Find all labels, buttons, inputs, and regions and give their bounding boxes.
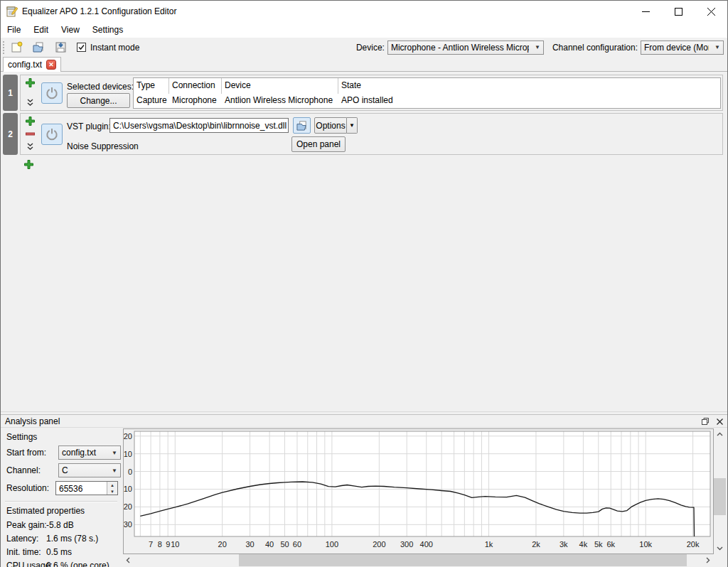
add-filter-button[interactable] (25, 77, 36, 88)
settings-group-label: Settings (6, 432, 37, 442)
cpu-usage-value: 0.6 % (one core) (46, 561, 109, 567)
scroll-right-icon[interactable] (702, 554, 714, 566)
svg-text:0: 0 (128, 468, 132, 476)
open-folder-icon (296, 120, 308, 131)
start-from-select[interactable]: config.txt ▼ (58, 446, 121, 460)
svg-text:-20: -20 (124, 502, 132, 511)
new-file-button[interactable] (9, 40, 24, 55)
selected-devices-label: Selected devices: (67, 82, 134, 92)
toolbar: Instant mode Device: Microphone - Antlio… (1, 38, 727, 56)
cpu-usage-label: CPU usage: (6, 561, 53, 567)
channel-config-select[interactable]: From device (Mono) ▼ (641, 40, 724, 55)
remove-filter-button[interactable] (25, 129, 36, 139)
collapse-row-button[interactable] (26, 143, 34, 153)
open-file-button[interactable] (31, 40, 46, 55)
vscroll-thumb[interactable] (714, 478, 726, 515)
svg-text:9: 9 (166, 540, 170, 549)
channel-select[interactable]: C ▼ (58, 463, 121, 477)
chevron-down-icon: ▼ (112, 468, 117, 474)
resolution-spinner[interactable]: 65536 ▲ ▼ (55, 481, 118, 495)
options-dropdown-button[interactable]: Options ▼ (314, 117, 358, 134)
menu-file[interactable]: File (1, 23, 27, 37)
col-header-connection: Connection (169, 78, 222, 94)
toolbar-grip[interactable] (3, 41, 6, 54)
menu-bar: File Edit View Settings (1, 22, 727, 38)
filter-row-number[interactable]: 1 (3, 75, 18, 111)
svg-text:3k: 3k (560, 540, 568, 549)
tab-config-txt[interactable]: config.txt ✕ (3, 57, 61, 72)
vst-plugin-label: VST plugin: (67, 122, 111, 131)
scroll-down-icon[interactable] (714, 542, 726, 554)
spin-down-icon[interactable]: ▼ (107, 488, 117, 495)
device-select[interactable]: Microphone - Antlion Wireless Microphone… (387, 40, 544, 55)
minimize-button[interactable] (629, 1, 662, 22)
svg-text:200: 200 (373, 540, 385, 549)
vst-path-input[interactable]: C:\Users\vgsma\Desktop\bin\librnnoise_vs… (109, 118, 289, 133)
estimated-group-label: Estimated properties (6, 506, 85, 516)
menu-edit[interactable]: Edit (27, 23, 55, 37)
svg-text:8: 8 (158, 540, 162, 549)
menu-settings[interactable]: Settings (86, 23, 129, 37)
svg-text:10: 10 (171, 540, 179, 549)
analysis-settings-pane: Settings Start from: config.txt ▼ Channe… (1, 428, 122, 567)
save-file-button[interactable] (53, 40, 68, 55)
tab-label: config.txt (8, 60, 42, 70)
menu-view[interactable]: View (55, 23, 86, 37)
svg-text:7: 7 (149, 540, 153, 549)
table-row-cell-state: APO installed (338, 94, 720, 109)
title-bar: Equalizer APO 1.2.1 Configuration Editor (1, 1, 727, 22)
change-devices-button[interactable]: Change... (67, 93, 130, 108)
resolution-label: Resolution: (6, 483, 49, 493)
svg-text:30: 30 (245, 540, 254, 549)
analysis-panel: Analysis panel Settings Start from: conf… (1, 414, 727, 567)
app-icon (6, 6, 18, 17)
open-panel-button[interactable]: Open panel (291, 136, 346, 152)
tab-close-icon[interactable]: ✕ (46, 60, 56, 70)
open-folder-icon (33, 41, 45, 53)
chevron-down-icon: ▼ (112, 450, 117, 456)
chart-vertical-scrollbar[interactable] (714, 428, 726, 554)
device-label: Device: (356, 43, 385, 53)
instant-mode-checkbox[interactable] (77, 43, 86, 52)
filter-row-number[interactable]: 2 (3, 113, 18, 155)
table-row-cell-connection: Microphone (169, 94, 222, 109)
float-panel-button[interactable] (700, 416, 710, 426)
svg-text:20: 20 (124, 432, 132, 441)
analysis-panel-titlebar[interactable]: Analysis panel (1, 415, 727, 428)
svg-text:4k: 4k (579, 540, 588, 549)
save-icon (55, 41, 67, 53)
frequency-response-chart[interactable]: 20100-10-20-3078910203040506010020030040… (123, 428, 714, 554)
svg-text:100: 100 (326, 540, 338, 549)
latency-value: 1.6 ms (78 s.) (46, 534, 98, 544)
svg-text:-30: -30 (124, 520, 132, 529)
vst-plugin-filter-row: VST plugin: C:\Users\vgsma\Desktop\bin\l… (20, 113, 723, 155)
instant-mode-label: Instant mode (90, 43, 139, 53)
scroll-left-icon[interactable] (122, 554, 134, 566)
channel-config-label: Channel configuration: (552, 43, 638, 53)
browse-vst-button[interactable] (293, 117, 311, 134)
svg-text:50: 50 (280, 540, 289, 549)
svg-text:1k: 1k (485, 540, 493, 549)
svg-text:-10: -10 (124, 485, 132, 493)
chevron-down-icon[interactable]: ▼ (347, 117, 358, 134)
hscroll-thumb[interactable] (239, 554, 687, 566)
scroll-up-icon[interactable] (714, 428, 726, 441)
svg-text:40: 40 (265, 540, 274, 549)
spin-up-icon[interactable]: ▲ (107, 482, 117, 488)
chart-horizontal-scrollbar[interactable] (122, 554, 714, 566)
add-filter-button[interactable] (25, 116, 36, 126)
init-time-value: 0.5 ms (46, 547, 72, 557)
power-toggle-button[interactable] (41, 82, 63, 104)
instant-mode-toggle[interactable]: Instant mode (77, 43, 139, 53)
add-filter-button[interactable] (23, 159, 34, 170)
tab-bar: config.txt ✕ (1, 56, 727, 72)
device-table: Type Connection Device State Capture Mic… (133, 77, 721, 109)
new-file-icon (11, 41, 23, 53)
close-button[interactable] (695, 1, 727, 22)
power-toggle-button[interactable] (41, 124, 63, 145)
svg-text:300: 300 (400, 540, 413, 549)
options-button[interactable]: Options (314, 117, 347, 134)
maximize-button[interactable] (662, 1, 695, 22)
close-panel-button[interactable] (714, 416, 724, 426)
collapse-row-button[interactable] (26, 99, 34, 109)
